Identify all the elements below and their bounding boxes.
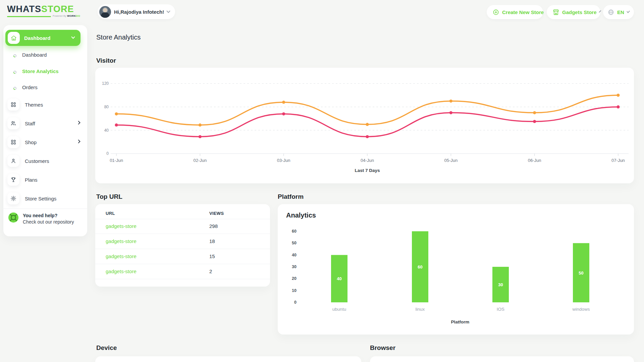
- logo-text-green: STORE: [41, 4, 74, 14]
- views-value: 298: [209, 223, 218, 229]
- svg-text:120: 120: [102, 81, 109, 86]
- device-heading: Device: [96, 344, 117, 352]
- svg-text:0: 0: [106, 151, 109, 156]
- store-selector[interactable]: Gadgets Store: [547, 5, 600, 19]
- sidebar-item-themes[interactable]: Themes: [3, 96, 87, 113]
- bullet-icon: [13, 53, 17, 57]
- url-link[interactable]: gadgets-store: [106, 253, 137, 259]
- url-link[interactable]: gadgets-store: [106, 238, 137, 244]
- globe-icon: [608, 9, 614, 15]
- table-row: gadgets-store 18: [95, 234, 270, 249]
- views-value: 15: [209, 253, 215, 259]
- language-selector[interactable]: EN: [603, 5, 634, 19]
- logo-underline: [7, 16, 51, 17]
- chevron-down-icon: [71, 35, 75, 39]
- table-row: gadgets-store 15: [95, 249, 270, 264]
- svg-text:20: 20: [292, 276, 297, 281]
- svg-text:40: 40: [337, 276, 341, 281]
- grid-icon: [7, 136, 19, 148]
- sidebar-group-dashboard[interactable]: Dashboard: [5, 30, 80, 46]
- sidebar-subitem-orders[interactable]: Orders: [3, 79, 87, 95]
- url-link[interactable]: gadgets-store: [106, 268, 137, 274]
- visitor-chart-card: 1208040001-Jun02-Jun03-Jun04-Jun05-Jun06…: [95, 68, 634, 183]
- platform-bar-chart: 605040302010040ubuntu60linux30IOS50windo…: [278, 204, 634, 335]
- sidebar: Dashboard Dashboard Store Analytics Orde…: [3, 25, 87, 236]
- svg-text:04-Jun: 04-Jun: [361, 158, 374, 163]
- svg-text:10: 10: [292, 288, 297, 293]
- svg-text:05-Jun: 05-Jun: [444, 158, 458, 163]
- svg-text:40: 40: [104, 128, 109, 133]
- staff-icon: [7, 117, 19, 129]
- svg-text:01-Jun: 01-Jun: [110, 158, 123, 163]
- svg-text:07-Jun: 07-Jun: [611, 158, 625, 163]
- top-bar: WHATSSTORE Powered By WORKDO Hi,Rajodiya…: [0, 0, 644, 24]
- person-icon: [7, 155, 19, 167]
- sidebar-item-staff[interactable]: Staff: [3, 115, 87, 132]
- bullet-icon: [13, 85, 17, 89]
- svg-text:60: 60: [418, 264, 422, 269]
- sidebar-subitem-dashboard[interactable]: Dashboard: [3, 47, 87, 63]
- home-icon: [8, 32, 20, 44]
- svg-text:06-Jun: 06-Jun: [528, 158, 541, 163]
- svg-text:windows: windows: [572, 307, 590, 312]
- svg-text:IOS: IOS: [497, 307, 504, 312]
- svg-text:Last 7 Days: Last 7 Days: [355, 168, 380, 173]
- svg-text:03-Jun: 03-Jun: [277, 158, 290, 163]
- chevron-down-icon: [167, 9, 170, 13]
- sidebar-subitem-store-analytics[interactable]: Store Analytics: [3, 63, 87, 79]
- create-new-store-button[interactable]: Create New Store: [487, 5, 543, 19]
- lifebuoy-icon: [8, 212, 19, 224]
- device-chart-card: [95, 356, 361, 362]
- svg-text:60: 60: [292, 229, 297, 234]
- table-row: gadgets-store 298: [95, 219, 270, 234]
- views-value: 18: [209, 238, 215, 244]
- sidebar-item-shop[interactable]: Shop: [3, 133, 87, 151]
- svg-text:50: 50: [579, 270, 583, 276]
- svg-text:30: 30: [498, 282, 503, 287]
- plus-circle-icon: [493, 9, 499, 15]
- help-title: You need help?: [23, 213, 74, 218]
- store-selector-label: Gadgets Store: [562, 9, 597, 15]
- user-avatar: [99, 6, 111, 18]
- browser-heading: Browser: [370, 344, 395, 352]
- svg-text:0: 0: [294, 300, 297, 305]
- storefront-icon: [553, 9, 559, 15]
- chevron-right-icon: [76, 139, 80, 143]
- svg-text:Platform: Platform: [451, 319, 470, 324]
- top-url-heading: Top URL: [96, 193, 122, 200]
- create-new-store-label: Create New Store: [502, 9, 544, 15]
- table-header-url: URL: [106, 211, 115, 216]
- row-divider: [95, 279, 270, 279]
- help-link[interactable]: You need help? Check out our repository: [8, 212, 83, 231]
- svg-text:50: 50: [292, 241, 297, 245]
- logo-text-dark: WHATS: [7, 4, 41, 14]
- platform-chart-card: Analytics 605040302010040ubuntu60linux30…: [278, 204, 634, 335]
- svg-text:02-Jun: 02-Jun: [193, 158, 207, 163]
- help-subtitle: Check out our repository: [23, 219, 74, 225]
- logo-powered-by: Powered By WORKDO: [53, 14, 80, 17]
- svg-text:40: 40: [292, 253, 297, 257]
- sidebar-divider: [3, 208, 87, 209]
- url-link[interactable]: gadgets-store: [106, 223, 137, 229]
- chevron-down-icon: [599, 10, 601, 12]
- user-menu[interactable]: Hi,Rajodiya Infotech!: [98, 4, 175, 19]
- svg-text:linux: linux: [416, 307, 425, 312]
- sidebar-item-plans[interactable]: Plans: [3, 171, 87, 188]
- visitor-heading: Visitor: [96, 57, 116, 64]
- top-url-card: URL VIEWS gadgets-store 298 gadgets-stor…: [95, 204, 270, 287]
- trophy-icon: [7, 174, 19, 186]
- whatsstore-logo[interactable]: WHATSSTORE Powered By WORKDO: [7, 4, 74, 14]
- grid-icon: [7, 99, 19, 111]
- gear-icon: [7, 192, 19, 204]
- chevron-right-icon: [76, 121, 80, 124]
- svg-text:ubuntu: ubuntu: [332, 307, 346, 312]
- page-title: Store Analytics: [96, 34, 141, 41]
- sidebar-item-store-settings[interactable]: Store Settings: [3, 190, 87, 207]
- sidebar-item-customers[interactable]: Customers: [3, 152, 87, 170]
- sidebar-group-label: Dashboard: [24, 35, 50, 41]
- svg-text:80: 80: [104, 105, 109, 109]
- svg-text:30: 30: [292, 264, 297, 269]
- chevron-down-icon: [627, 10, 630, 13]
- language-label: EN: [617, 9, 624, 15]
- views-value: 2: [209, 268, 212, 274]
